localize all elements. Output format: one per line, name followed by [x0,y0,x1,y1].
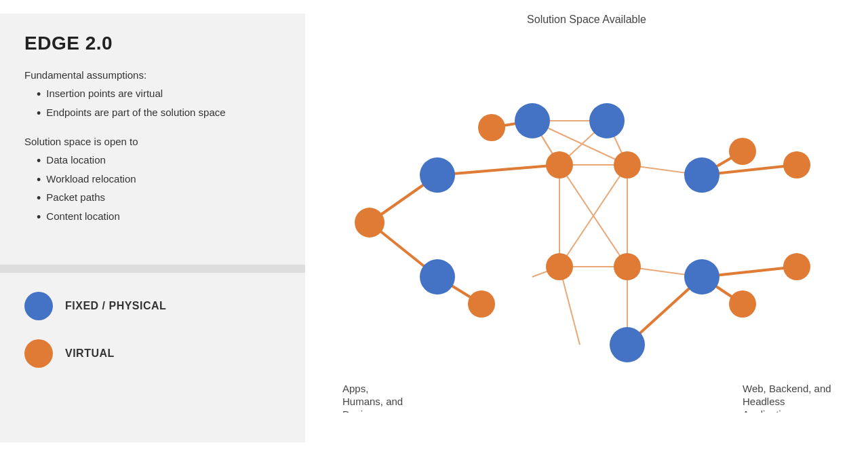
blue-node [684,157,719,193]
blue-node [515,103,550,138]
svg-text:Headless: Headless [743,396,785,407]
solution-item: Data location [37,154,281,169]
orange-node [614,253,641,280]
solution-list: Data location Workload relocation Packet… [37,154,281,225]
assumptions-label: Fundamental assumptions: [24,69,281,81]
virtual-legend-item: VIRTUAL [24,339,281,368]
orange-dot [24,339,53,368]
left-panel: EDGE 2.0 Fundamental assumptions: Insert… [0,0,305,456]
blue-dot [24,292,53,320]
solution-item: Content location [37,210,281,225]
blue-node [589,103,625,138]
right-panel: Solution Space Available [305,0,868,456]
diagram-area: Apps, Humans, and Devices Web, Backend, … [319,33,854,413]
blue-node [420,157,455,193]
orange-node [729,290,756,318]
svg-text:Applications: Applications [743,408,797,413]
solution-label: Solution space is open to [24,136,281,147]
right-label: Web, Backend, and [743,383,831,394]
fixed-label: FIXED / PHYSICAL [65,300,166,312]
orange-node [355,208,384,238]
assumptions-list: Insertion points are virtual Endpoints a… [37,88,281,121]
top-section: EDGE 2.0 Fundamental assumptions: Insert… [0,14,305,265]
left-label: Apps, [342,383,368,394]
orange-node [783,253,810,280]
network-diagram: Apps, Humans, and Devices Web, Backend, … [319,33,854,413]
svg-text:Devices: Devices [342,408,378,413]
orange-node [478,114,505,141]
svg-text:Humans, and: Humans, and [342,396,403,407]
solution-item: Packet paths [37,191,281,206]
orange-node [729,138,756,165]
blue-node [610,327,645,362]
orange-node [783,151,810,178]
orange-node [546,253,573,280]
blue-node [420,259,455,294]
solution-item: Workload relocation [37,173,281,188]
legend-section: FIXED / PHYSICAL VIRTUAL [0,273,305,442]
fixed-legend-item: FIXED / PHYSICAL [24,292,281,320]
edge-title: EDGE 2.0 [24,33,281,54]
divider [0,265,305,273]
blue-node [684,259,719,294]
diagram-title: Solution Space Available [319,14,854,26]
assumption-item: Endpoints are part of the solution space [37,107,281,121]
virtual-label: VIRTUAL [65,347,115,360]
orange-node [614,151,641,178]
orange-node [546,151,573,178]
assumption-item: Insertion points are virtual [37,88,281,102]
orange-node [468,290,495,318]
svg-line-19 [437,165,559,175]
